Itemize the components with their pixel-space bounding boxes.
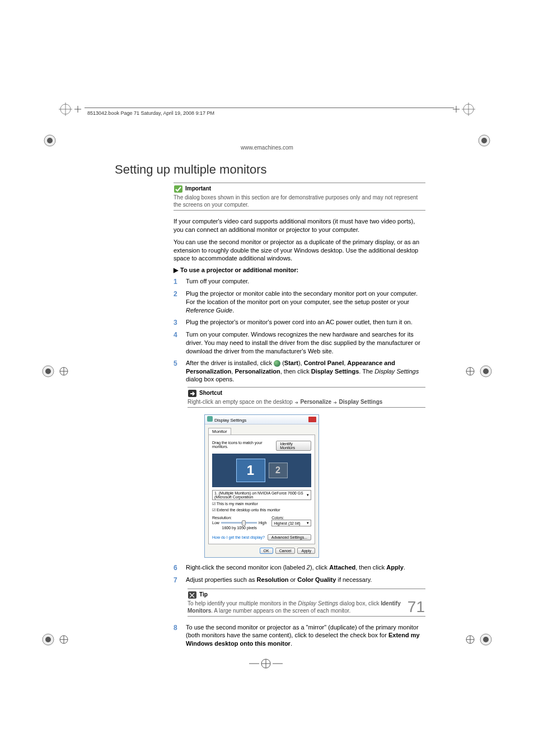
ok-button: OK xyxy=(260,548,273,554)
high-label: High xyxy=(259,521,266,525)
procedure-title-text: To use a projector or additional monitor… xyxy=(180,267,298,273)
monitor-preview-area: 1 2 xyxy=(212,454,311,487)
extend-desktop-checkbox: ☑ Extend the desktop onto this monitor xyxy=(212,508,311,512)
section-title: Setting up multiple monitors xyxy=(115,162,425,177)
step-8-text: To use the second monitor or projector a… xyxy=(186,623,425,648)
apply-button: Apply xyxy=(297,548,315,554)
step-5-text: After the driver is installed, click (St… xyxy=(186,359,425,384)
procedure-heading: ▶To use a projector or additional monito… xyxy=(174,267,425,274)
monitor-2-icon: 2 xyxy=(269,463,288,478)
drag-instruction: Drag the icons to match your monitors. xyxy=(212,441,276,451)
colors-dropdown: Highest (32 bit)▾ xyxy=(271,520,311,526)
step-7-text: Adjust properties such as Resolution or … xyxy=(186,576,425,585)
url-header: www.emachines.com xyxy=(0,144,534,151)
crop-mark-side-ml xyxy=(41,363,69,380)
tip-text-3: dialog box, click xyxy=(338,600,381,606)
important-callout: Important The dialog boxes shown in this… xyxy=(174,183,425,211)
step-4-text: Turn on your computer. Windows recognize… xyxy=(186,330,425,356)
step-1-text: Turn off your computer. xyxy=(186,277,425,286)
advanced-settings-button: Advanced Settings... xyxy=(268,534,311,540)
step-number: 3 xyxy=(174,318,186,327)
display-settings-dialog-screenshot: Display Settings Monitor Drag the icons … xyxy=(204,414,319,558)
monitor-1-icon: 1 xyxy=(236,459,265,482)
step-2-text: Plug the projector or monitor cable into… xyxy=(186,290,425,315)
tip-text-2: Display Settings xyxy=(298,600,338,606)
tip-label: Tip xyxy=(199,591,208,598)
crop-mark-bc xyxy=(249,655,283,672)
help-link: How do I get the best display? xyxy=(212,535,265,539)
step-6-text: Right-click the second monitor icon (lab… xyxy=(186,563,425,572)
crop-mark-tl xyxy=(59,102,81,125)
resolution-value: 1600 by 1050 pixels xyxy=(212,526,266,530)
running-header: 8513042.book Page 71 Saturday, April 19,… xyxy=(87,110,214,116)
triangle-icon: ▶ xyxy=(174,267,178,274)
step-3-text: Plug the projector's or monitor's power … xyxy=(186,318,425,327)
page-number: 71 xyxy=(407,598,425,616)
tip-text-5: . A large number appears on the screen o… xyxy=(211,608,350,614)
tip-text-1: To help identify your multiple monitors … xyxy=(188,600,298,606)
device-dropdown: 1. (Multiple Monitors) on NVIDIA GeForce… xyxy=(212,490,311,500)
header-rule xyxy=(85,108,454,108)
arrow-icon xyxy=(333,400,338,405)
checkmark-icon xyxy=(174,185,184,194)
dialog-title-text: Display Settings xyxy=(214,418,246,423)
intro-para-1: If your computer's video card supports a… xyxy=(174,217,425,234)
step-number: 1 xyxy=(174,277,186,286)
monitor-tab: Monitor xyxy=(208,428,231,435)
shortcut-label: Shortcut xyxy=(199,390,222,396)
svg-point-13 xyxy=(481,138,487,143)
colors-label: Colors: xyxy=(271,516,284,520)
crop-mark-tr xyxy=(453,102,475,125)
svg-point-30 xyxy=(483,637,489,642)
crop-mark-side-bl xyxy=(41,631,69,648)
step-number: 8 xyxy=(174,623,186,648)
shortcut-display-settings: Display Settings xyxy=(339,399,383,405)
arrow-icon xyxy=(294,400,299,405)
shortcut-text-1: Right-click an empty space on the deskto… xyxy=(188,399,294,405)
step-number: 7 xyxy=(174,576,186,585)
step-number: 6 xyxy=(174,563,186,572)
crop-mark-side-mr xyxy=(465,363,493,380)
main-monitor-checkbox: ☑ This is my main monitor xyxy=(212,502,311,506)
tip-icon xyxy=(188,591,198,600)
resolution-slider xyxy=(221,522,257,524)
important-label: Important xyxy=(185,185,211,192)
window-close-icon xyxy=(308,417,316,422)
identify-monitors-button: Identify Monitors xyxy=(276,441,311,451)
shortcut-icon xyxy=(188,389,198,398)
cancel-button: Cancel xyxy=(275,548,296,554)
tip-callout: Tip To help identify your multiple monit… xyxy=(188,589,425,617)
shortcut-personalize: Personalize xyxy=(300,399,331,405)
intro-para-2: You can use the second monitor or projec… xyxy=(174,238,425,263)
dialog-icon xyxy=(207,416,213,422)
step-number: 2 xyxy=(174,290,186,315)
svg-rect-39 xyxy=(174,185,182,193)
step-number: 5 xyxy=(174,359,186,384)
dialog-titlebar: Display Settings xyxy=(205,415,318,424)
start-orb-icon xyxy=(274,360,280,367)
shortcut-callout: Shortcut Right-click an empty space on t… xyxy=(188,387,425,408)
important-text: The dialog boxes shown in this section a… xyxy=(174,194,418,208)
svg-point-15 xyxy=(45,368,51,374)
svg-point-25 xyxy=(45,637,51,642)
step-number: 4 xyxy=(174,330,186,356)
low-label: Low xyxy=(212,521,219,525)
crop-mark-side-br xyxy=(465,631,493,648)
svg-point-11 xyxy=(47,138,53,143)
svg-point-20 xyxy=(483,368,489,374)
resolution-label: Resolution: xyxy=(212,516,232,520)
